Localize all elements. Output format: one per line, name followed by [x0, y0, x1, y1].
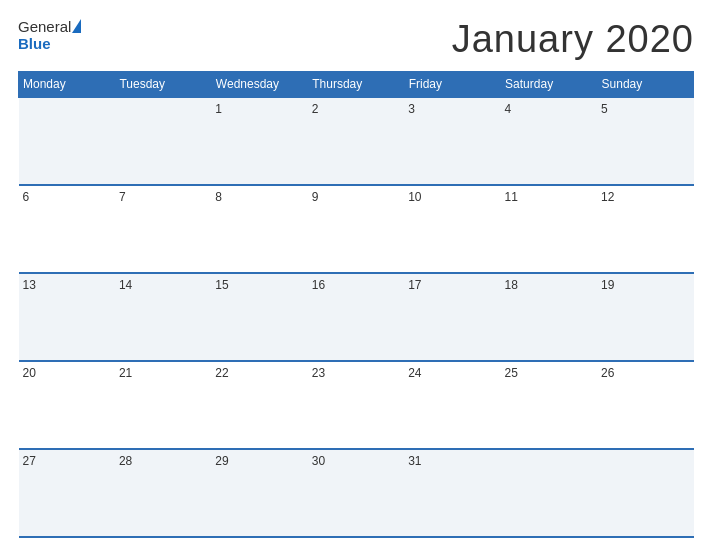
calendar-day-cell: 1	[211, 97, 307, 185]
calendar-day-cell: 10	[404, 185, 500, 273]
calendar-day-cell: 28	[115, 449, 211, 537]
logo: General Blue	[18, 18, 81, 52]
day-number: 6	[23, 190, 30, 204]
calendar-day-cell: 27	[19, 449, 115, 537]
calendar-day-cell: 23	[308, 361, 404, 449]
day-number: 31	[408, 454, 421, 468]
day-number: 23	[312, 366, 325, 380]
logo-top: General	[18, 18, 81, 35]
calendar-title: January 2020	[452, 18, 694, 61]
calendar-day-cell: 30	[308, 449, 404, 537]
calendar-day-cell: 31	[404, 449, 500, 537]
day-number: 28	[119, 454, 132, 468]
day-number: 17	[408, 278, 421, 292]
calendar-day-cell: 3	[404, 97, 500, 185]
day-number: 27	[23, 454, 36, 468]
day-number: 14	[119, 278, 132, 292]
day-number: 7	[119, 190, 126, 204]
col-wednesday: Wednesday	[211, 72, 307, 98]
logo-blue-text: Blue	[18, 35, 51, 52]
calendar-day-cell: 6	[19, 185, 115, 273]
day-number: 18	[505, 278, 518, 292]
calendar-day-cell: 29	[211, 449, 307, 537]
calendar-week-row: 6789101112	[19, 185, 694, 273]
day-number: 13	[23, 278, 36, 292]
calendar-week-row: 2728293031	[19, 449, 694, 537]
calendar-day-cell: 12	[597, 185, 693, 273]
col-tuesday: Tuesday	[115, 72, 211, 98]
logo-triangle-icon	[72, 19, 81, 33]
calendar-week-row: 20212223242526	[19, 361, 694, 449]
days-of-week-row: Monday Tuesday Wednesday Thursday Friday…	[19, 72, 694, 98]
calendar-page: General Blue January 2020 Monday Tuesday…	[0, 0, 712, 550]
page-header: General Blue January 2020	[18, 18, 694, 61]
day-number: 19	[601, 278, 614, 292]
day-number: 8	[215, 190, 222, 204]
day-number: 1	[215, 102, 222, 116]
day-number: 20	[23, 366, 36, 380]
calendar-day-cell: 16	[308, 273, 404, 361]
calendar-day-cell: 20	[19, 361, 115, 449]
calendar-table: Monday Tuesday Wednesday Thursday Friday…	[18, 71, 694, 538]
calendar-day-cell: 8	[211, 185, 307, 273]
calendar-day-cell	[597, 449, 693, 537]
calendar-day-cell: 18	[501, 273, 597, 361]
day-number: 15	[215, 278, 228, 292]
calendar-day-cell: 5	[597, 97, 693, 185]
calendar-day-cell: 22	[211, 361, 307, 449]
col-sunday: Sunday	[597, 72, 693, 98]
calendar-day-cell: 4	[501, 97, 597, 185]
day-number: 3	[408, 102, 415, 116]
day-number: 26	[601, 366, 614, 380]
calendar-week-row: 13141516171819	[19, 273, 694, 361]
calendar-header: Monday Tuesday Wednesday Thursday Friday…	[19, 72, 694, 98]
calendar-day-cell	[19, 97, 115, 185]
day-number: 2	[312, 102, 319, 116]
calendar-day-cell: 25	[501, 361, 597, 449]
calendar-day-cell: 13	[19, 273, 115, 361]
day-number: 22	[215, 366, 228, 380]
day-number: 9	[312, 190, 319, 204]
day-number: 16	[312, 278, 325, 292]
col-thursday: Thursday	[308, 72, 404, 98]
calendar-day-cell: 21	[115, 361, 211, 449]
col-monday: Monday	[19, 72, 115, 98]
calendar-day-cell: 9	[308, 185, 404, 273]
calendar-day-cell: 26	[597, 361, 693, 449]
calendar-day-cell: 17	[404, 273, 500, 361]
calendar-day-cell: 14	[115, 273, 211, 361]
calendar-day-cell	[115, 97, 211, 185]
day-number: 11	[505, 190, 518, 204]
day-number: 30	[312, 454, 325, 468]
col-saturday: Saturday	[501, 72, 597, 98]
calendar-week-row: 12345	[19, 97, 694, 185]
day-number: 5	[601, 102, 608, 116]
col-friday: Friday	[404, 72, 500, 98]
day-number: 24	[408, 366, 421, 380]
calendar-day-cell: 15	[211, 273, 307, 361]
calendar-day-cell: 2	[308, 97, 404, 185]
calendar-day-cell: 24	[404, 361, 500, 449]
calendar-day-cell: 7	[115, 185, 211, 273]
calendar-day-cell	[501, 449, 597, 537]
calendar-day-cell: 19	[597, 273, 693, 361]
day-number: 12	[601, 190, 614, 204]
logo-general-text: General	[18, 18, 71, 35]
day-number: 4	[505, 102, 512, 116]
day-number: 25	[505, 366, 518, 380]
day-number: 29	[215, 454, 228, 468]
calendar-body: 1234567891011121314151617181920212223242…	[19, 97, 694, 537]
day-number: 21	[119, 366, 132, 380]
day-number: 10	[408, 190, 421, 204]
calendar-day-cell: 11	[501, 185, 597, 273]
